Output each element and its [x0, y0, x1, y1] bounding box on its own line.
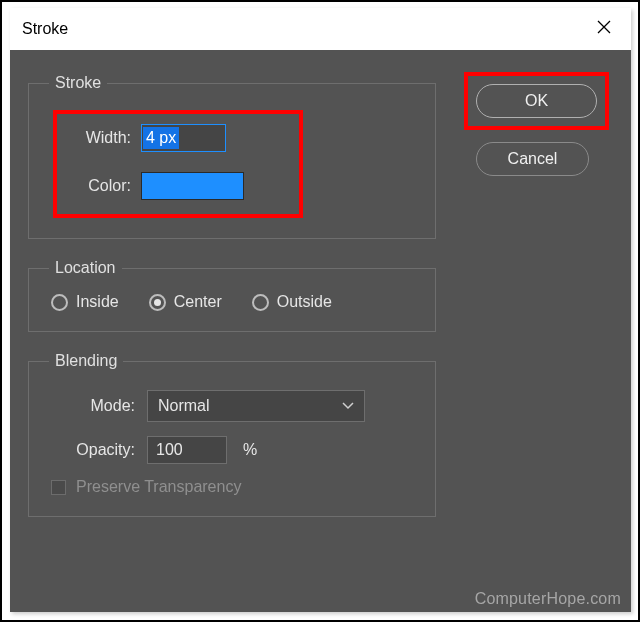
mode-value: Normal — [158, 397, 210, 415]
preserve-checkbox[interactable] — [51, 480, 66, 495]
radio-center-label: Center — [174, 293, 222, 311]
blending-legend: Blending — [49, 352, 123, 370]
stroke-dialog: Stroke OK Cancel Stroke Width: — [10, 8, 631, 612]
radio-outside-label: Outside — [277, 293, 332, 311]
opacity-label: Opacity: — [45, 441, 135, 459]
location-options: Inside Center Outside — [45, 293, 419, 311]
chevron-down-icon — [342, 399, 354, 413]
radio-icon-checked — [149, 294, 166, 311]
width-row: Width: 4 px — [67, 124, 289, 152]
width-input[interactable]: 4 px — [141, 124, 226, 152]
ok-button[interactable]: OK — [476, 84, 597, 118]
location-group: Location Inside Center Outside — [28, 259, 436, 332]
right-buttons: OK Cancel — [464, 72, 609, 176]
location-legend: Location — [49, 259, 122, 277]
width-value: 4 px — [143, 127, 179, 149]
ok-highlight: OK — [464, 72, 609, 130]
opacity-value: 100 — [156, 441, 183, 459]
radio-center[interactable]: Center — [149, 293, 222, 311]
color-row: Color: — [67, 172, 289, 200]
radio-inside[interactable]: Inside — [51, 293, 119, 311]
stroke-highlight: Width: 4 px Color: — [53, 110, 303, 218]
watermark: ComputerHope.com — [475, 590, 621, 608]
width-label: Width: — [67, 129, 131, 147]
blending-group: Blending Mode: Normal Opacity: 100 — [28, 352, 436, 517]
stroke-group: Stroke Width: 4 px Color: — [28, 74, 436, 239]
cancel-button[interactable]: Cancel — [476, 142, 589, 176]
opacity-input[interactable]: 100 — [147, 436, 227, 464]
stroke-legend: Stroke — [49, 74, 107, 92]
mode-select[interactable]: Normal — [147, 390, 365, 422]
preserve-label: Preserve Transparency — [76, 478, 241, 496]
screenshot-frame: Stroke OK Cancel Stroke Width: — [0, 0, 640, 622]
radio-inside-label: Inside — [76, 293, 119, 311]
opacity-unit: % — [243, 441, 257, 459]
radio-icon — [252, 294, 269, 311]
dialog-body: OK Cancel Stroke Width: 4 px Color: — [10, 50, 631, 612]
color-swatch[interactable] — [141, 172, 244, 200]
opacity-row: Opacity: 100 % — [45, 436, 419, 464]
radio-icon — [51, 294, 68, 311]
close-icon — [597, 19, 611, 39]
titlebar: Stroke — [10, 8, 631, 50]
close-button[interactable] — [576, 8, 631, 50]
mode-row: Mode: Normal — [45, 390, 419, 422]
preserve-row: Preserve Transparency — [45, 478, 419, 496]
radio-outside[interactable]: Outside — [252, 293, 332, 311]
color-label: Color: — [67, 177, 131, 195]
mode-label: Mode: — [45, 397, 135, 415]
dialog-title: Stroke — [22, 20, 68, 38]
